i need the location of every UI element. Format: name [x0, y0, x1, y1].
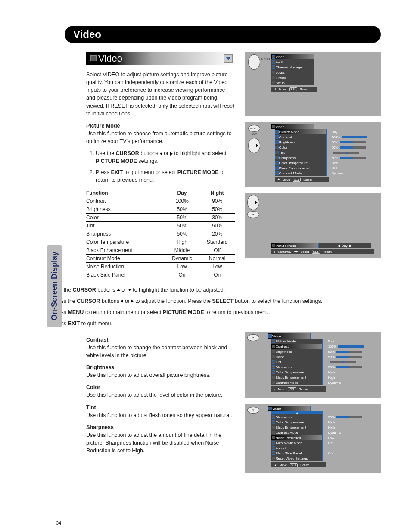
osd-value: 50% [330, 155, 373, 160]
table-row: Color TemperatureHighStandard [86, 238, 235, 246]
dpad-icon [248, 138, 260, 153]
osd-value: On [327, 451, 370, 456]
osd-item: Color Temperature [271, 420, 323, 425]
osd-footer: ▲ Move SEL Return [271, 462, 326, 467]
osd-item: Sharpness [271, 364, 323, 370]
osd-item: Noise Reduction [271, 435, 323, 440]
osd-item: Tint [271, 359, 323, 364]
osd-item: Picture Mode [275, 129, 327, 134]
osd-item: Black Enhancement [271, 425, 323, 430]
osd-item: Contrast Mode [275, 171, 327, 176]
down-arrow-icon [128, 289, 131, 291]
osd-value: High [327, 375, 370, 380]
divider-line [78, 42, 78, 517]
brightness-heading: Brightness [86, 364, 235, 370]
function-table: Function Day Night Contrast100%90% Brigh… [86, 189, 235, 279]
osd-item: Brightness [271, 349, 323, 354]
osd-item: Black Side Panel [271, 451, 323, 456]
osd-value: 50% [330, 145, 373, 150]
tint-desc: Use this function to adjust flesh tones … [86, 411, 235, 419]
tint-heading: Tint [86, 404, 235, 411]
osd-title: Video [268, 333, 311, 339]
page-title: Video [73, 28, 101, 40]
section-bar-video: Video [86, 52, 235, 65]
or-label: OR [252, 133, 257, 136]
th-function: Function [86, 189, 165, 197]
osd-footer: ✦ Move SEL Select [275, 177, 329, 182]
picture-mode-heading: Picture Mode [86, 123, 235, 129]
list-item: Press MENU to return to main menu or sel… [53, 308, 346, 316]
osd-value: Low [327, 435, 370, 440]
osd-value: 50% [327, 414, 370, 420]
sharpness-heading: Sharpness [86, 424, 235, 430]
osd-value: 50% [327, 364, 370, 370]
table-row: Black Side PanelOnOn [86, 271, 235, 279]
osd-item: Black Enhancement [271, 375, 323, 380]
osd-item: Video [271, 54, 314, 59]
page-header: Video [65, 26, 381, 43]
menu-label: MENU [261, 58, 270, 61]
osd-item: Sharpness [271, 414, 323, 420]
up-arrow-icon [117, 289, 120, 291]
osd-value: 100% [327, 344, 370, 349]
osd-title: Video [271, 124, 314, 129]
list-item: Use the CURSOR buttons or to highlight t… [53, 286, 346, 294]
osd-value: Day [327, 339, 370, 344]
table-row: Black EnhancementMiddleOff [86, 246, 235, 254]
sharpness-desc: Use this function to adjust the amount o… [86, 431, 235, 454]
table-row: Tint50%50% [86, 221, 235, 230]
osd-value: High [330, 160, 373, 165]
dpad-icon [247, 195, 259, 210]
osd-item: Setup [271, 80, 314, 85]
menu-button-icon [248, 54, 260, 70]
table-row: Brightness50%50% [86, 205, 235, 213]
osd-item: Color [271, 354, 323, 359]
osd-item: Brightness [275, 140, 327, 145]
osd-item: Color [275, 145, 327, 150]
down-button-icon: ▼ [247, 211, 259, 218]
table-row: Sharpness50%20% [86, 230, 235, 238]
brightness-desc: Use this function to adjust overall pict… [86, 371, 235, 379]
list-item: Press the CURSOR buttons or to adjust th… [53, 297, 346, 305]
table-row: Noise ReductionLowLow [86, 262, 235, 271]
osd-item: Sharpness [275, 155, 327, 160]
select-button-icon: SELECT [248, 125, 260, 132]
intro-text: Select VIDEO to adjust picture settings … [86, 71, 235, 118]
osd-screenshot-picture-mode: ▼ Picture Mode ◀ Day ▶ ↕ Next/Prev ◀▶ Se… [245, 193, 381, 258]
osd-title: Picture Mode [271, 243, 319, 248]
osd-value: High [327, 425, 370, 430]
osd-item: Locks [271, 70, 314, 75]
color-desc: Use this function to adjust the level of… [86, 391, 235, 399]
osd-item: Aspect [271, 445, 323, 451]
osd-value: Day [330, 129, 373, 134]
osd-item: Contrast Mode [271, 430, 323, 435]
osd-item: Audio [271, 59, 314, 65]
osd-item: Color Temperature [275, 160, 327, 165]
table-row: Contrast100%90% [86, 197, 235, 205]
osd-item: Tint [275, 150, 327, 155]
th-night: Night [199, 189, 235, 197]
osd-title: Video [268, 406, 311, 411]
osd-value: ◀ Day ▶ [319, 243, 371, 248]
osd-value: Dynamic [327, 430, 370, 435]
osd-value [327, 359, 370, 364]
osd-value: Dynamic [330, 171, 373, 176]
osd-value: 50% [327, 354, 370, 359]
osd-value: High [327, 420, 370, 425]
osd-item: Color Temperature [271, 370, 323, 375]
osd-item: Contrast [271, 344, 323, 349]
osd-item: Auto Movie Mode [271, 440, 323, 445]
list-item: Use the CURSOR buttons or to highlight a… [96, 149, 235, 165]
osd-screenshot-video-menu: SELECT OR Video Picture Mode Contrast Br… [245, 122, 381, 187]
th-day: Day [165, 189, 199, 197]
osd-item: Picture Mode [271, 339, 323, 344]
osd-item: Contrast Mode [271, 380, 323, 385]
osd-value: High [330, 165, 373, 171]
color-heading: Color [86, 384, 235, 390]
contrast-desc: Use this function to change the contrast… [86, 344, 235, 359]
osd-screenshot-main-menu: MENU Video Audio Channel Manager Locks T… [245, 52, 381, 116]
osd-value [327, 445, 370, 451]
osd-footer: ↕ Move SEL Return [271, 386, 326, 392]
osd-value: High [327, 370, 370, 375]
osd-footer: ✦ Move SEL Select [271, 87, 317, 92]
